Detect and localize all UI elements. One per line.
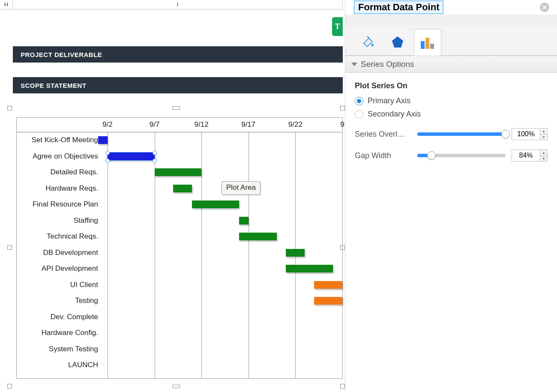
resize-handle[interactable] [7, 245, 12, 250]
stepper-up[interactable]: ▲ [540, 150, 548, 156]
selection-handle[interactable] [105, 151, 110, 155]
task-label: Set Kick-Off Meeting [31, 132, 98, 148]
tab-series-options[interactable] [414, 29, 441, 56]
task-label: Agree on Objectives [33, 149, 98, 164]
gantt-bar[interactable] [173, 185, 192, 192]
task-label: Staffing [74, 213, 98, 228]
gap-width-input[interactable] [512, 150, 540, 162]
green-overlay-button[interactable]: T [332, 17, 343, 36]
plot-area-container[interactable]: 9/29/79/129/179/229 Set Kick-Off Meeting… [16, 117, 343, 379]
chevron-down-icon [351, 63, 357, 66]
task-label: Hardware Reqs. [45, 181, 98, 196]
close-icon: ✕ [542, 4, 547, 11]
selection-handle[interactable] [153, 151, 157, 155]
radio-indicator [355, 97, 363, 105]
gridline [108, 132, 108, 378]
x-tick: 9/7 [150, 120, 160, 129]
plot-area-tooltip: Plot Area [222, 181, 261, 195]
svg-rect-3 [425, 38, 429, 49]
svg-point-0 [371, 44, 374, 46]
series-overlap-slider[interactable] [417, 132, 506, 136]
row-scope-statement: SCOPE STATEMENT [13, 77, 343, 93]
gap-width-slider[interactable] [417, 154, 506, 157]
series-options-header[interactable]: Series Options [345, 56, 557, 73]
x-axis: 9/29/79/129/179/229 [17, 118, 342, 132]
gantt-bar[interactable] [286, 265, 333, 272]
radio-primary-axis[interactable]: Primary Axis [355, 96, 548, 105]
task-label: DB Development [43, 245, 98, 260]
series-options-label: Series Options [361, 60, 414, 69]
format-tabs [345, 26, 557, 56]
row-project-deliverable: PROJECT DELIVERABLE [13, 46, 343, 63]
x-tick: 9/17 [241, 120, 255, 129]
slider-thumb[interactable] [427, 151, 436, 160]
task-label: Hardware Config. [42, 325, 98, 341]
panel-title: Format Data Point [354, 0, 443, 14]
radio-indicator [355, 110, 363, 119]
selection-handle[interactable] [153, 159, 157, 163]
close-button[interactable]: ✕ [540, 3, 549, 12]
stepper-down[interactable]: ▼ [540, 156, 548, 162]
gantt-bar[interactable] [239, 217, 249, 224]
plot-series-on-label: Plot Series On [355, 81, 548, 90]
stepper-down[interactable]: ▼ [540, 134, 548, 140]
task-label: Detailed Reqs. [50, 165, 98, 180]
svg-marker-1 [392, 36, 403, 48]
chart-object[interactable]: 9/29/79/129/179/229 Set Kick-Off Meeting… [9, 108, 343, 386]
task-label: Testing [75, 293, 98, 308]
resize-handle[interactable] [172, 106, 180, 110]
gap-width-label: Gap Width [355, 151, 411, 160]
tab-fill[interactable] [354, 29, 381, 55]
pentagon-icon [390, 35, 405, 49]
resize-handle[interactable] [172, 385, 180, 388]
gridline [342, 132, 343, 378]
task-label: Dev. Complete [51, 309, 98, 325]
resize-handle[interactable] [7, 106, 12, 111]
task-label: Final Resource Plan [33, 197, 98, 212]
gantt-bar[interactable] [108, 153, 155, 160]
x-tick: 9/12 [195, 120, 209, 129]
gantt-bar[interactable] [98, 136, 108, 144]
col-header-I[interactable]: I [13, 0, 343, 9]
x-tick: 9/22 [288, 120, 302, 129]
radio-secondary-axis[interactable]: Secondary Axis [355, 110, 548, 119]
task-label: API Development [42, 261, 98, 276]
gridline [201, 132, 202, 378]
tab-effects[interactable] [384, 29, 411, 55]
task-label: Technical Reqs. [47, 229, 98, 244]
gantt-bar[interactable] [192, 200, 239, 208]
series-options-body: Plot Series On Primary Axis Secondary Ax… [345, 73, 557, 392]
gantt-bar[interactable] [286, 249, 305, 257]
spreadsheet-column-header: H I [0, 0, 343, 9]
task-label: UI Client [70, 277, 98, 293]
series-overlap-input[interactable] [512, 128, 540, 140]
resize-handle[interactable] [340, 106, 345, 111]
gantt-bar[interactable] [239, 233, 277, 240]
svg-rect-2 [421, 41, 425, 49]
bar-chart-icon [419, 35, 436, 50]
svg-rect-4 [430, 44, 434, 49]
gridline [249, 132, 249, 378]
selection-handle[interactable] [105, 159, 110, 163]
paint-bucket-icon [360, 35, 375, 49]
x-tick: 9/2 [102, 120, 113, 129]
task-label: LAUNCH [68, 357, 98, 373]
task-label: System Testing [49, 341, 98, 357]
resize-handle[interactable] [340, 384, 345, 389]
stepper-up[interactable]: ▲ [540, 128, 548, 134]
gantt-bar[interactable] [314, 281, 342, 289]
plot-area[interactable] [98, 132, 342, 378]
slider-thumb[interactable] [501, 130, 510, 138]
series-overlap-label: Series Overl… [355, 130, 411, 139]
radio-label: Secondary Axis [368, 110, 421, 119]
resize-handle[interactable] [7, 384, 12, 389]
radio-label: Primary Axis [368, 96, 410, 105]
x-tick: 9 [340, 120, 344, 129]
col-header-H[interactable]: H [0, 0, 13, 9]
format-pane: Format Data Point ✕ Series Optio [345, 0, 557, 392]
gantt-bar[interactable] [314, 297, 342, 305]
gantt-bar[interactable] [155, 168, 202, 176]
